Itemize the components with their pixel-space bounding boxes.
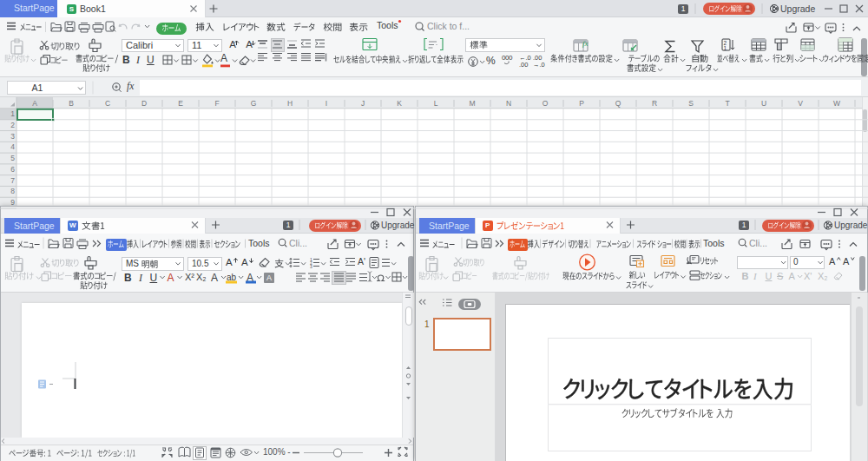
svg-text:1: 1 <box>724 45 727 51</box>
svg-text:3: 3 <box>310 264 312 269</box>
svg-text:fx: fx <box>582 39 589 48</box>
